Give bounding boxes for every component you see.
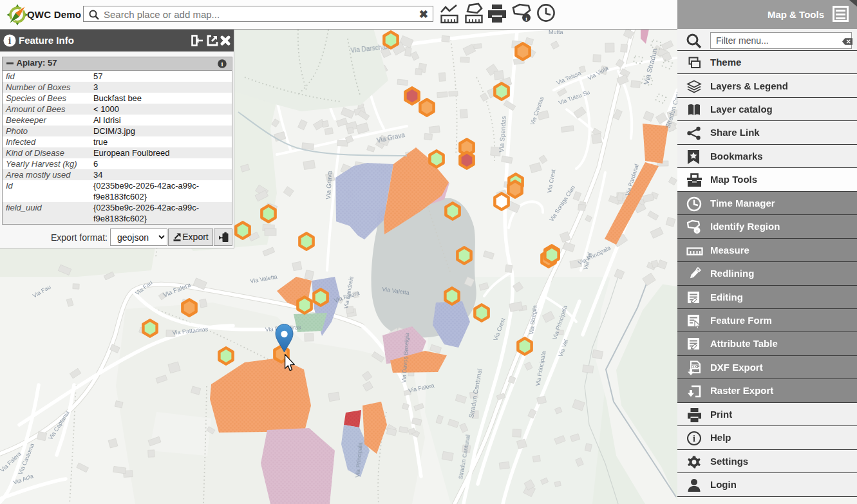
svg-text:Via Grava: Via Grava xyxy=(325,171,333,200)
svg-text:i: i xyxy=(221,61,223,68)
svg-text:i: i xyxy=(697,229,698,234)
svg-text:Mutta: Mutta xyxy=(549,29,563,35)
svg-text:i: i xyxy=(693,434,695,443)
svg-text:i: i xyxy=(8,35,11,46)
svg-text:DXF: DXF xyxy=(692,364,700,369)
